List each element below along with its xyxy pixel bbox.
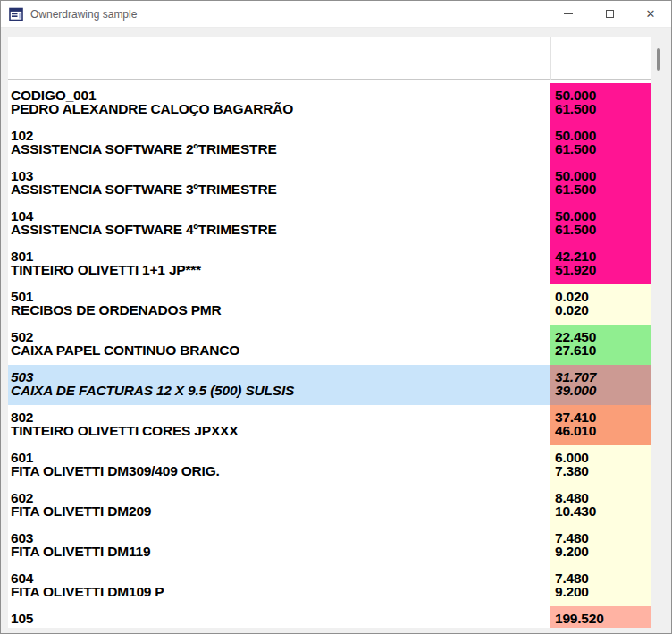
list-item[interactable]: 502 CAIXA PAPEL CONTINUO BRANCO 22.450 2… [8, 325, 651, 365]
minimize-icon [564, 13, 573, 14]
item-price-1: 31.707 [555, 370, 651, 384]
item-description: FITA OLIVETTI DM109 P [11, 585, 550, 598]
item-price-cell: 22.450 27.610 [550, 325, 651, 365]
item-text-cell: 801 TINTEIRO OLIVETTI 1+1 JP*** [8, 244, 550, 284]
item-text-cell: 103 ASSISTENCIA SOFTWARE 3ºTRIMESTRE [8, 164, 550, 204]
list-item[interactable]: 501 RECIBOS DE ORDENADOS PMR 0.020 0.020 [8, 284, 651, 325]
item-price-cell: 31.707 39.000 [550, 365, 651, 405]
close-button[interactable]: ✕ [630, 1, 671, 27]
item-price-2: 46.010 [555, 424, 651, 437]
item-price-2: 51.920 [555, 263, 651, 276]
item-price-1: 37.410 [555, 410, 651, 424]
app-icon[interactable] [9, 7, 23, 21]
list-item[interactable]: 601 FITA OLIVETTI DM309/409 ORIG. 6.000 … [8, 445, 651, 486]
item-text-cell: 503 CAIXA DE FACTURAS 12 X 9.5 (500) SUL… [8, 365, 550, 405]
item-code: 802 [11, 410, 550, 424]
item-price-2: 7.380 [555, 464, 651, 478]
item-price-cell: 50.000 61.500 [550, 164, 651, 204]
list-item[interactable]: 102 ASSISTENCIA SOFTWARE 2ºTRIMESTRE 50.… [8, 123, 651, 164]
item-price-1: 50.000 [555, 169, 651, 182]
item-price-2: 39.000 [555, 384, 651, 397]
item-code: 102 [11, 129, 550, 142]
item-text-cell: 604 FITA OLIVETTI DM109 P [8, 566, 550, 606]
item-text-cell: 802 TINTEIRO OLIVETTI CORES JPXXX [8, 405, 550, 445]
item-text-cell: CODIGO_001 PEDRO ALEXANDRE CALOÇO BAGARR… [8, 83, 550, 123]
item-price-2: 61.500 [555, 102, 651, 115]
titlebar-buttons: ✕ [548, 1, 671, 27]
item-code: 104 [11, 209, 550, 223]
item-text-cell: 502 CAIXA PAPEL CONTINUO BRANCO [8, 325, 550, 365]
list-item[interactable]: CODIGO_001 PEDRO ALEXANDRE CALOÇO BAGARR… [8, 83, 651, 123]
item-price-1: 50.000 [555, 209, 651, 223]
item-price-2: 27.610 [555, 343, 651, 357]
titlebar: Ownerdrawing sample ✕ [1, 1, 671, 28]
item-code: 502 [11, 330, 550, 343]
item-description: TINTEIRO OLIVETTI 1+1 JP*** [11, 263, 550, 276]
item-price-cell: 7.480 9.200 [550, 526, 651, 566]
list-item[interactable]: 604 FITA OLIVETTI DM109 P 7.480 9.200 [8, 566, 651, 606]
list-item[interactable]: 802 TINTEIRO OLIVETTI CORES JPXXX 37.410… [8, 405, 651, 445]
item-text-cell: 601 FITA OLIVETTI DM309/409 ORIG. [8, 445, 550, 486]
item-price-cell: 199.520 245.410 [550, 606, 651, 628]
item-description: CAIXA PAPEL CONTINUO BRANCO [11, 343, 550, 357]
item-code: 503 [11, 370, 550, 384]
list-item[interactable]: 503 CAIXA DE FACTURAS 12 X 9.5 (500) SUL… [8, 365, 651, 405]
owner-drawn-list: CODIGO_001 PEDRO ALEXANDRE CALOÇO BAGARR… [8, 37, 651, 628]
item-price-1: 50.000 [555, 129, 651, 142]
list-item[interactable]: 103 ASSISTENCIA SOFTWARE 3ºTRIMESTRE 50.… [8, 164, 651, 204]
item-text-cell: 104 ASSISTENCIA SOFTWARE 4ºTRIMESTRE [8, 204, 550, 244]
list-item[interactable]: 603 FITA OLIVETTI DM119 7.480 9.200 [8, 526, 651, 566]
item-description: ASSISTENCIA AO SOFTWARE ANUAL [11, 625, 550, 628]
list-body: CODIGO_001 PEDRO ALEXANDRE CALOÇO BAGARR… [8, 80, 651, 628]
maximize-icon [606, 10, 614, 18]
item-price-cell: 6.000 7.380 [550, 445, 651, 486]
list-item[interactable]: 105 ASSISTENCIA AO SOFTWARE ANUAL 199.52… [8, 606, 651, 628]
item-code: 501 [11, 290, 550, 303]
item-description: CAIXA DE FACTURAS 12 X 9.5 (500) SULSIS [11, 384, 550, 397]
list-item[interactable]: 801 TINTEIRO OLIVETTI 1+1 JP*** 42.210 5… [8, 244, 651, 284]
item-price-2: 9.200 [555, 545, 651, 558]
item-description: FITA OLIVETTI DM119 [11, 545, 550, 558]
item-text-cell: 603 FITA OLIVETTI DM119 [8, 526, 550, 566]
item-price-2: 10.430 [555, 504, 651, 518]
item-code: 801 [11, 249, 550, 263]
app-window: Ownerdrawing sample ✕ CODIGO_001 PEDRO A… [0, 0, 672, 634]
item-price-1: 0.020 [555, 290, 651, 303]
item-price-2: 61.500 [555, 142, 651, 156]
item-text-cell: 105 ASSISTENCIA AO SOFTWARE ANUAL [8, 606, 550, 628]
list-item[interactable]: 602 FITA OLIVETTI DM209 8.480 10.430 [8, 486, 651, 526]
window-title: Ownerdrawing sample [30, 8, 137, 21]
item-price-1: 199.520 [555, 612, 651, 625]
close-icon: ✕ [646, 8, 656, 20]
item-price-cell: 50.000 61.500 [550, 83, 651, 123]
item-price-2: 9.200 [555, 585, 651, 598]
item-text-cell: 501 RECIBOS DE ORDENADOS PMR [8, 284, 550, 325]
item-price-1: 6.000 [555, 451, 651, 464]
item-code: 604 [11, 571, 550, 585]
item-description: PEDRO ALEXANDRE CALOÇO BAGARRÃO [11, 102, 550, 115]
item-description: RECIBOS DE ORDENADOS PMR [11, 303, 550, 317]
item-price-cell: 42.210 51.920 [550, 244, 651, 284]
item-description: TINTEIRO OLIVETTI CORES JPXXX [11, 424, 550, 437]
item-description: FITA OLIVETTI DM209 [11, 504, 550, 518]
item-text-cell: 102 ASSISTENCIA SOFTWARE 2ºTRIMESTRE [8, 123, 550, 164]
item-price-1: 42.210 [555, 249, 651, 263]
item-price-2: 0.020 [555, 303, 651, 317]
list-item[interactable]: 104 ASSISTENCIA SOFTWARE 4ºTRIMESTRE 50.… [8, 204, 651, 244]
maximize-button[interactable] [589, 1, 630, 27]
item-price-cell: 50.000 61.500 [550, 204, 651, 244]
item-price-2: 61.500 [555, 223, 651, 236]
item-price-cell: 37.410 46.010 [550, 405, 651, 445]
scrollbar-thumb[interactable] [657, 48, 660, 71]
item-description: ASSISTENCIA SOFTWARE 4ºTRIMESTRE [11, 223, 550, 236]
item-text-cell: 602 FITA OLIVETTI DM209 [8, 486, 550, 526]
header-column-divider [550, 37, 551, 80]
item-code: 602 [11, 491, 550, 504]
item-code: 601 [11, 451, 550, 464]
item-code: 103 [11, 169, 550, 182]
item-price-cell: 50.000 61.500 [550, 123, 651, 164]
item-description: FITA OLIVETTI DM309/409 ORIG. [11, 464, 550, 478]
item-price-cell: 7.480 9.200 [550, 566, 651, 606]
minimize-button[interactable] [548, 1, 589, 27]
item-price-1: 22.450 [555, 330, 651, 343]
